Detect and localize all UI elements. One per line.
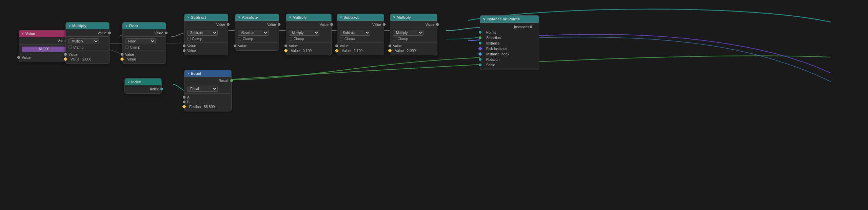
socket-iop-pick-instance bbox=[478, 47, 482, 50]
node-value-header: ∨ Value bbox=[19, 30, 69, 37]
socket-value-in bbox=[17, 56, 20, 59]
node-index-header: ∨ Index bbox=[125, 78, 161, 85]
socket-equal-a bbox=[183, 96, 185, 99]
iop-points-row: Points bbox=[480, 30, 539, 35]
node-multiply2-output: Value bbox=[286, 22, 331, 27]
equal-dropdown[interactable]: Equal bbox=[187, 86, 218, 92]
multiply1-dropdown[interactable]: Multiply bbox=[68, 38, 99, 44]
node-multiply3-body: Value Multiply Clamp Value Value 2.000 bbox=[390, 21, 437, 55]
iop-instance-row: Instance bbox=[480, 40, 539, 46]
node-subtract2-body: Value Subtract Clamp Value Value 2.700 bbox=[337, 21, 384, 55]
node-multiply1-header: ∨ Multiply bbox=[66, 22, 109, 29]
node-index: ∨ Index Index bbox=[124, 78, 162, 94]
socket-subtract1-in1 bbox=[183, 45, 185, 47]
multiply2-value2-input: Value 0.100 bbox=[286, 48, 331, 53]
node-index-title: Index bbox=[131, 80, 141, 84]
node-multiply3-title: Multiply bbox=[397, 15, 411, 19]
node-absolute-output: Value bbox=[235, 22, 279, 27]
equal-a-input: A bbox=[184, 95, 231, 100]
value-display[interactable]: 61.000 bbox=[22, 47, 66, 52]
node-absolute-title: Absolute bbox=[242, 15, 258, 19]
absolute-dropdown[interactable]: Absolute bbox=[238, 30, 269, 36]
multiply1-clamp-row: Clamp bbox=[66, 45, 109, 50]
node-value-output: Value bbox=[19, 38, 69, 43]
absolute-value-input: Value bbox=[235, 43, 279, 48]
socket-absolute-in bbox=[234, 45, 236, 47]
floor-value2-input: Value bbox=[122, 57, 166, 62]
socket-equal-eps bbox=[182, 105, 186, 108]
node-value: ∨ Value Value 61.000 Value bbox=[19, 30, 70, 62]
node-multiply2-header: ∨ Multiply bbox=[286, 14, 331, 21]
socket-multiply3-val2 bbox=[388, 49, 392, 52]
multiply1-clamp-check[interactable] bbox=[68, 46, 72, 49]
subtract2-dropdown[interactable]: Subtract bbox=[340, 30, 370, 36]
socket-iop-instance-index bbox=[478, 52, 482, 56]
node-floor-title: Floor bbox=[129, 24, 138, 28]
node-iop-body: Instances Points Selection Instance Pic bbox=[480, 23, 539, 70]
iop-instance-index-row: Instance Index bbox=[480, 51, 539, 57]
node-subtract1-title: Subtract bbox=[191, 15, 206, 19]
node-subtract1-output: Value bbox=[184, 22, 228, 27]
socket-floor-in bbox=[121, 53, 123, 56]
socket-multiply2-in bbox=[284, 45, 287, 47]
node-multiply3-header: ∨ Multiply bbox=[390, 14, 437, 21]
node-multiply1-title: Multiply bbox=[72, 24, 86, 28]
socket-multiply1-in bbox=[64, 53, 67, 56]
subtract1-value2-input: Value bbox=[184, 48, 228, 53]
node-index-output: Index bbox=[125, 87, 161, 91]
node-value-body: Value 61.000 Value bbox=[19, 37, 69, 62]
multiply2-clamp-row: Clamp bbox=[286, 36, 331, 41]
socket-multiply1-out bbox=[108, 32, 111, 34]
socket-floor-val2 bbox=[120, 57, 124, 61]
equal-b-input: B bbox=[184, 100, 231, 104]
socket-floor-out bbox=[165, 32, 167, 34]
subtract1-clamp-check[interactable] bbox=[187, 37, 191, 40]
node-multiply1-output: Value bbox=[66, 31, 109, 35]
socket-multiply3-in bbox=[389, 45, 391, 47]
floor-dropdown[interactable]: Floor bbox=[125, 38, 156, 44]
floor-clamp-check[interactable] bbox=[125, 46, 129, 49]
multiply3-dropdown[interactable]: Multiply bbox=[393, 30, 423, 36]
node-floor-output: Value bbox=[122, 31, 166, 35]
multiply2-value-input: Value bbox=[286, 43, 331, 48]
node-absolute-body: Value Absolute Clamp Value bbox=[235, 21, 279, 50]
node-index-body: Index bbox=[125, 85, 161, 93]
node-value-input: Value bbox=[19, 55, 69, 60]
subtract2-value-input: Value bbox=[337, 43, 384, 48]
socket-subtract2-val2 bbox=[335, 49, 338, 52]
equal-epsilon-input: Epsilon 58.800 bbox=[184, 104, 231, 109]
socket-equal-out bbox=[230, 79, 233, 82]
socket-subtract1-in2 bbox=[183, 49, 185, 52]
node-floor-header: ∨ Floor bbox=[122, 22, 166, 29]
multiply1-value-input: Value bbox=[66, 52, 109, 57]
multiply3-clamp-check[interactable] bbox=[393, 37, 396, 40]
multiply3-value2-input: Value 2.000 bbox=[390, 48, 437, 53]
socket-multiply3-out bbox=[436, 23, 439, 26]
socket-subtract2-out bbox=[383, 23, 386, 26]
node-value-title: Value bbox=[25, 32, 35, 36]
socket-absolute-out bbox=[278, 23, 280, 26]
multiply3-value-input: Value bbox=[390, 43, 437, 48]
subtract1-dropdown[interactable]: Subtract bbox=[187, 30, 218, 36]
multiply2-dropdown[interactable]: Multiply bbox=[289, 30, 319, 36]
subtract1-clamp-row: Clamp bbox=[184, 36, 228, 41]
socket-iop-points bbox=[479, 31, 481, 34]
node-multiply2-title: Multiply bbox=[293, 15, 307, 19]
iop-instances-row: Instances bbox=[480, 24, 539, 30]
node-equal-header: ∨ Equal bbox=[184, 70, 231, 77]
subtract2-clamp-check[interactable] bbox=[340, 37, 343, 40]
node-iop-title: Instance on Points bbox=[487, 17, 520, 21]
floor-clamp-row: Clamp bbox=[122, 45, 166, 50]
iop-pick-instance-row: Pick Instance bbox=[480, 46, 539, 51]
subtract1-value-input: Value bbox=[184, 43, 228, 48]
multiply1-value2-input: Value 2.000 bbox=[66, 57, 109, 62]
node-subtract2: ∨ Subtract Value Subtract Clamp Value bbox=[337, 14, 384, 55]
iop-scale-row: Scale bbox=[480, 62, 539, 68]
absolute-clamp-check[interactable] bbox=[238, 37, 241, 40]
multiply2-clamp-check[interactable] bbox=[289, 37, 292, 40]
node-subtract1-header: ∨ Subtract bbox=[184, 14, 228, 21]
socket-iop-selection bbox=[479, 36, 481, 39]
absolute-clamp-row: Clamp bbox=[235, 36, 279, 41]
node-subtract2-output: Value bbox=[337, 22, 384, 27]
node-multiply3: ∨ Multiply Value Multiply Clamp Value bbox=[390, 14, 437, 55]
